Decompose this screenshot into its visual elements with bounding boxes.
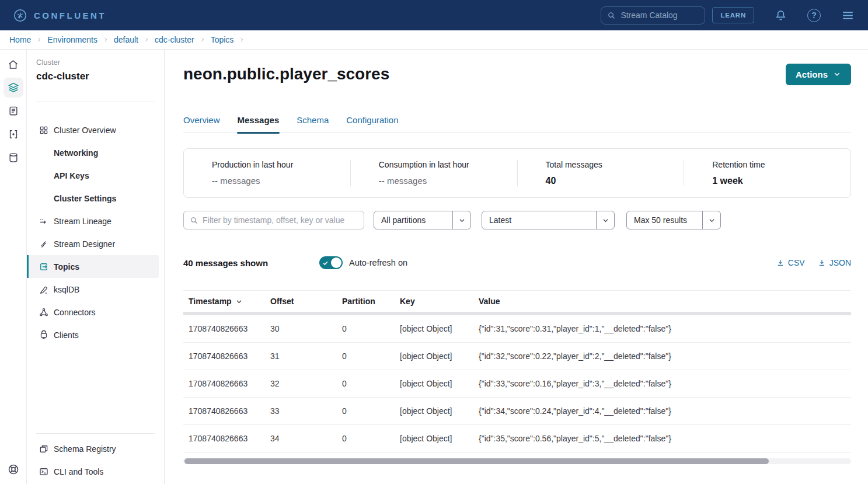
cell-key: [object Object]: [400, 434, 479, 443]
cell-value: {"id":34,"score":0.24,"player_id":4,"__d…: [479, 406, 851, 416]
sidebar-item-label: Clients: [54, 330, 79, 340]
chevron-down-icon: [702, 211, 720, 229]
cell-timestamp: 1708740826663: [189, 434, 270, 443]
stat-value: 40: [546, 176, 684, 186]
stream-designer-icon: [39, 239, 49, 249]
stat-suffix: messages: [220, 176, 260, 186]
limit-select[interactable]: Max 50 results: [626, 211, 721, 229]
support-lifering-icon[interactable]: [4, 459, 23, 479]
cell-offset: 32: [270, 379, 342, 388]
sidebar-item-label: Topics: [54, 262, 79, 271]
learn-button[interactable]: LEARN: [712, 7, 754, 23]
stat-total-messages: Total messages 40: [517, 160, 684, 186]
cell-value: {"id":33,"score":0.16,"player_id":3,"__d…: [479, 379, 851, 388]
sidebar-item-api-keys[interactable]: API Keys: [27, 164, 159, 187]
toggle-knob: [331, 257, 341, 268]
help-icon[interactable]: ?: [807, 9, 821, 22]
cluster-label: Cluster: [36, 58, 164, 67]
database-icon[interactable]: [4, 148, 23, 168]
download-csv-link[interactable]: CSV: [776, 258, 805, 267]
sidebar-item-clients[interactable]: Clients: [27, 323, 159, 346]
environments-layers-icon[interactable]: [4, 78, 23, 98]
message-filter-search[interactable]: [183, 211, 364, 229]
table-row[interactable]: 1708740826663 31 0 [object Object] {"id"…: [183, 343, 851, 370]
cell-timestamp: 1708740826663: [189, 351, 270, 361]
billing-document-icon[interactable]: [4, 101, 23, 121]
search-icon: [190, 216, 198, 225]
column-header-offset[interactable]: Offset: [270, 297, 342, 306]
page-title: neon.public.player_scores: [183, 65, 389, 83]
tab-schema[interactable]: Schema: [297, 115, 329, 133]
cell-key: [object Object]: [400, 406, 479, 416]
sidebar-item-label: ksqlDB: [54, 285, 79, 294]
messages-status-row: 40 messages shown Auto-refresh on CSV: [183, 256, 851, 269]
horizontal-scrollbar-track[interactable]: [183, 458, 851, 464]
search-icon: [607, 11, 616, 20]
home-icon[interactable]: [4, 54, 23, 74]
tab-configuration[interactable]: Configuration: [346, 115, 398, 133]
sidebar-item-label: Stream Designer: [54, 239, 115, 249]
sidebar-item-schema-registry[interactable]: Schema Registry: [27, 437, 159, 460]
flow-brackets-icon[interactable]: [4, 124, 23, 144]
column-header-value[interactable]: Value: [479, 297, 851, 306]
table-row[interactable]: 1708740826663 34 0 [object Object] {"id"…: [183, 425, 851, 452]
grid-icon: [39, 125, 49, 135]
messages-shown-count: 40 messages shown: [183, 258, 268, 268]
sort-chevron-down-icon: [235, 298, 243, 305]
download-json-link[interactable]: JSON: [818, 258, 851, 267]
stat-value: 1 week: [712, 176, 850, 186]
cell-offset: 31: [270, 351, 342, 361]
cluster-sidebar: Cluster cdc-cluster Cluster Overview Net…: [27, 50, 165, 484]
cell-value: {"id":31,"score":0.31,"player_id":1,"__d…: [479, 324, 851, 333]
sidebar-item-label: API Keys: [54, 171, 89, 180]
actions-button[interactable]: Actions: [786, 64, 851, 85]
sidebar-item-topics[interactable]: Topics: [27, 255, 159, 278]
order-select[interactable]: Latest: [482, 211, 615, 229]
breadcrumb-home[interactable]: Home: [9, 35, 31, 44]
breadcrumb-default[interactable]: default: [114, 35, 138, 44]
chevron-right-icon: [200, 37, 205, 43]
cell-partition: 0: [342, 324, 400, 333]
sidebar-item-cluster-overview[interactable]: Cluster Overview: [27, 119, 159, 141]
cell-offset: 30: [270, 324, 342, 333]
table-row[interactable]: 1708740826663 33 0 [object Object] {"id"…: [183, 398, 851, 425]
stat-retention-time: Retention time 1 week: [684, 160, 850, 186]
sidebar-divider: [36, 102, 155, 102]
column-header-timestamp[interactable]: Timestamp: [189, 297, 270, 306]
tab-overview[interactable]: Overview: [183, 115, 220, 133]
hamburger-menu-icon[interactable]: [841, 8, 855, 23]
sidebar-item-connectors[interactable]: Connectors: [27, 301, 159, 323]
sidebar-item-cli-and-tools[interactable]: CLI and Tools: [27, 460, 159, 483]
stream-catalog-search[interactable]: [601, 6, 705, 25]
stat-value: --: [379, 176, 385, 186]
column-header-partition[interactable]: Partition: [342, 297, 400, 306]
breadcrumb-topics[interactable]: Topics: [211, 35, 234, 44]
message-filter-input[interactable]: [203, 215, 358, 225]
table-row[interactable]: 1708740826663 32 0 [object Object] {"id"…: [183, 370, 851, 398]
column-header-key[interactable]: Key: [400, 297, 479, 306]
stream-catalog-input[interactable]: [621, 11, 699, 20]
sidebar-item-stream-lineage[interactable]: Stream Lineage: [27, 210, 159, 232]
stat-value: --: [212, 176, 218, 186]
sidebar-item-ksqldb[interactable]: ksqlDB: [27, 278, 159, 301]
notifications-bell-icon[interactable]: [774, 9, 787, 22]
partition-select[interactable]: All partitions: [374, 211, 471, 229]
horizontal-scrollbar-thumb[interactable]: [184, 458, 769, 464]
breadcrumb-environments[interactable]: Environments: [47, 35, 97, 44]
download-icon: [818, 259, 826, 267]
sidebar-item-networking[interactable]: Networking: [27, 141, 159, 164]
breadcrumb-cdc-cluster[interactable]: cdc-cluster: [155, 35, 194, 44]
sidebar-item-stream-designer[interactable]: Stream Designer: [27, 232, 159, 255]
confluent-brand[interactable]: CONFLUENT: [13, 8, 106, 23]
sidebar-item-cluster-settings[interactable]: Cluster Settings: [27, 187, 159, 210]
auto-refresh-toggle[interactable]: [319, 256, 343, 269]
tab-messages[interactable]: Messages: [238, 115, 280, 133]
topic-stats-card: Production in last hour -- messages Cons…: [183, 148, 851, 198]
stream-lineage-icon: [39, 216, 49, 227]
messages-table: Timestamp Offset Partition Key Value 170…: [183, 290, 851, 464]
table-row[interactable]: 1708740826663 30 0 [object Object] {"id"…: [183, 315, 851, 343]
sidebar-item-label: Cluster Settings: [54, 194, 116, 203]
chevron-down-icon: [596, 211, 614, 229]
cell-offset: 33: [270, 406, 342, 416]
table-header-row: Timestamp Offset Partition Key Value: [183, 291, 851, 312]
